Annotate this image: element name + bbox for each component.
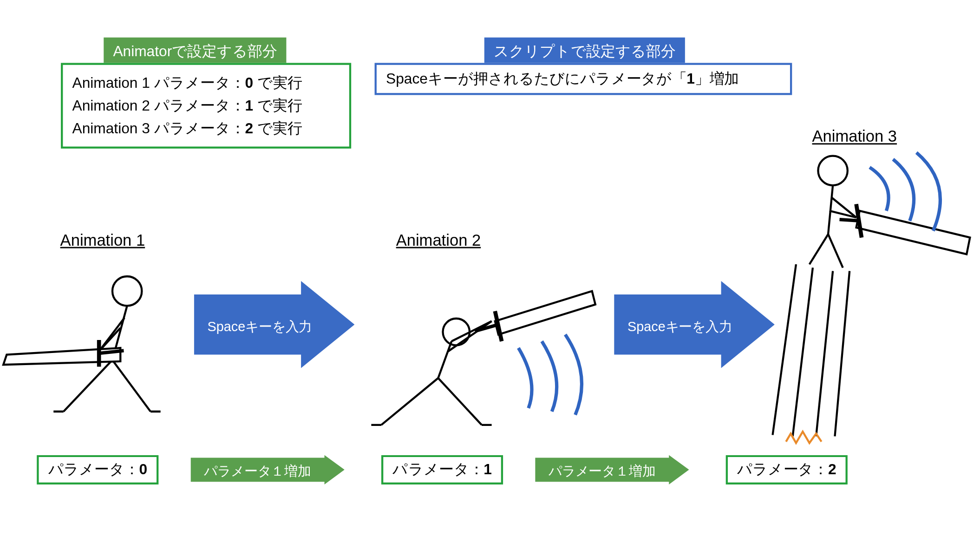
svg-line-13 xyxy=(438,378,482,425)
svg-line-34 xyxy=(793,268,813,436)
animator-line: Animation 3 パラメータ：2 で実行 xyxy=(72,117,340,140)
svg-point-0 xyxy=(112,276,142,306)
svg-line-6 xyxy=(112,360,150,412)
animator-line: Animation 1 パラメータ：0 で実行 xyxy=(72,72,340,94)
param-inc-2: パラメータ１増加 xyxy=(535,455,689,484)
svg-point-24 xyxy=(818,156,847,185)
svg-line-16 xyxy=(438,341,451,378)
param-2-box: パラメータ：2 xyxy=(726,455,848,484)
svg-point-17 xyxy=(443,319,470,346)
svg-line-36 xyxy=(835,271,849,436)
label-animation-1: Animation 1 xyxy=(60,231,145,249)
svg-line-32 xyxy=(828,234,843,268)
svg-marker-28 xyxy=(856,211,970,255)
diagram-canvas: Animatorで設定する部分 Animation 1 パラメータ：0 で実行 … xyxy=(0,0,980,536)
svg-line-19 xyxy=(451,321,491,341)
param-inc-label: パラメータ１増加 xyxy=(204,463,311,481)
animator-line: Animation 2 パラメータ：1 で実行 xyxy=(72,94,340,117)
svg-line-4 xyxy=(64,360,112,412)
svg-line-12 xyxy=(381,378,438,425)
param-1-box: パラメータ：1 xyxy=(381,455,503,484)
script-line: Spaceキーが押されるたびにパラメータが「1」増加 xyxy=(386,70,739,87)
figure-animation-1 xyxy=(0,261,201,435)
arrow-to-animation-3: Spaceキーを入力 xyxy=(614,281,775,368)
label-animation-3: Animation 3 xyxy=(812,127,897,146)
svg-line-33 xyxy=(773,264,796,435)
svg-marker-8 xyxy=(3,348,120,365)
svg-line-25 xyxy=(828,185,833,234)
figure-animation-3 xyxy=(756,147,977,448)
arrow-label: Spaceキーを入力 xyxy=(207,318,312,336)
figure-animation-2 xyxy=(361,268,609,442)
param-inc-label: パラメータ１増加 xyxy=(549,463,655,481)
animator-header: Animatorで設定する部分 xyxy=(104,38,286,66)
svg-line-31 xyxy=(810,234,828,264)
animator-box: Animation 1 パラメータ：0 で実行 Animation 2 パラメー… xyxy=(61,63,351,149)
script-header: スクリプトで設定する部分 xyxy=(484,38,685,66)
svg-line-18 xyxy=(448,321,492,352)
label-animation-2: Animation 2 xyxy=(396,231,481,249)
svg-marker-20 xyxy=(495,291,595,335)
arrow-label: Spaceキーを入力 xyxy=(627,318,732,336)
script-box: Spaceキーが押されるたびにパラメータが「1」増加 xyxy=(375,63,792,95)
arrow-to-animation-2: Spaceキーを入力 xyxy=(194,281,355,368)
svg-line-35 xyxy=(816,271,833,436)
svg-line-30 xyxy=(840,220,860,221)
param-inc-1: パラメータ１増加 xyxy=(190,455,344,484)
param-0-box: パラメータ：0 xyxy=(37,455,158,484)
